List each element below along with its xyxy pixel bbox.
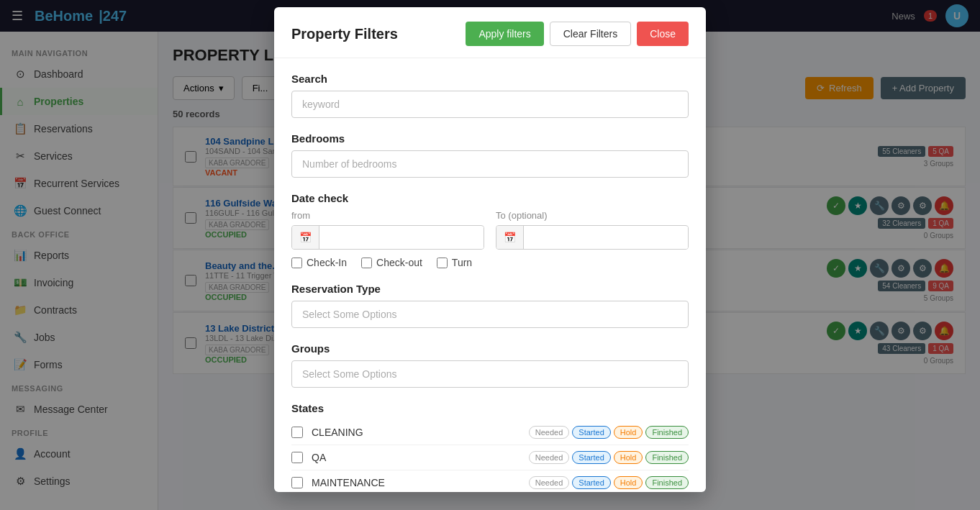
state-cleaning-checkbox[interactable]: [291, 427, 303, 438]
date-from-wrap: 📅: [291, 225, 484, 250]
state-qa-badges: Needed Started Hold Finished: [529, 451, 689, 464]
checkout-checkbox[interactable]: [361, 258, 372, 268]
date-to-wrap: 📅: [496, 225, 689, 250]
needed-badge[interactable]: Needed: [529, 476, 570, 489]
clear-filters-button[interactable]: Clear Filters: [550, 22, 631, 46]
needed-badge[interactable]: Needed: [529, 451, 570, 464]
groups-section: Groups: [291, 342, 689, 388]
date-type-checkboxes: Check-In Check-out Turn: [291, 257, 689, 268]
date-from-calendar-button[interactable]: 📅: [292, 226, 319, 249]
checkin-checkbox[interactable]: [291, 258, 302, 268]
states-label: States: [291, 402, 689, 414]
state-cleaning-row: CLEANING Needed Started Hold Finished: [291, 420, 689, 445]
state-cleaning-name: CLEANING: [312, 427, 529, 438]
property-filters-modal: Property Filters Apply filters Clear Fil…: [274, 7, 706, 492]
reservation-type-section: Reservation Type: [291, 283, 689, 328]
bedrooms-label: Bedrooms: [291, 132, 689, 145]
turn-checkbox[interactable]: [437, 258, 448, 268]
hold-badge[interactable]: Hold: [614, 426, 643, 439]
finished-badge[interactable]: Finished: [645, 476, 689, 489]
started-badge[interactable]: Started: [572, 451, 610, 464]
date-from-group: from 📅: [291, 210, 484, 250]
states-section: States CLEANING Needed Started Hold Fini…: [291, 402, 689, 492]
search-label: Search: [291, 73, 689, 85]
bedrooms-section: Bedrooms: [291, 132, 689, 178]
date-from-label: from: [291, 210, 484, 221]
date-to-label: To (optional): [496, 210, 689, 221]
turn-checkbox-item[interactable]: Turn: [437, 257, 472, 268]
started-badge[interactable]: Started: [572, 426, 610, 439]
modal-header: Property Filters Apply filters Clear Fil…: [274, 7, 706, 58]
checkin-checkbox-item[interactable]: Check-In: [291, 257, 347, 268]
groups-label: Groups: [291, 342, 689, 355]
finished-badge[interactable]: Finished: [645, 451, 689, 464]
search-input[interactable]: [291, 91, 689, 118]
modal-overlay[interactable]: Property Filters Apply filters Clear Fil…: [0, 0, 980, 510]
date-to-group: To (optional) 📅: [496, 210, 689, 250]
state-cleaning-badges: Needed Started Hold Finished: [529, 426, 689, 439]
state-qa-row: QA Needed Started Hold Finished: [291, 445, 689, 470]
checkout-checkbox-item[interactable]: Check-out: [361, 257, 422, 268]
groups-input[interactable]: [291, 360, 689, 388]
reservation-type-input[interactable]: [291, 301, 689, 328]
close-modal-button[interactable]: Close: [637, 22, 689, 46]
state-qa-checkbox[interactable]: [291, 452, 303, 463]
modal-body: Search Bedrooms Date check from 📅: [274, 58, 706, 492]
date-row: from 📅 To (optional) 📅: [291, 210, 689, 250]
date-check-label: Date check: [291, 192, 689, 204]
started-badge[interactable]: Started: [572, 476, 610, 489]
checkout-label: Check-out: [376, 257, 422, 268]
needed-badge[interactable]: Needed: [529, 426, 570, 439]
checkin-label: Check-In: [307, 257, 347, 268]
bedrooms-input[interactable]: [291, 150, 689, 178]
reservation-type-label: Reservation Type: [291, 283, 689, 295]
search-section: Search: [291, 73, 689, 118]
finished-badge[interactable]: Finished: [645, 426, 689, 439]
state-maintenance-row: MAINTENANCE Needed Started Hold Finished: [291, 470, 689, 492]
date-check-section: Date check from 📅 To (optional) 📅: [291, 192, 689, 268]
date-to-input[interactable]: [524, 227, 688, 249]
date-from-input[interactable]: [319, 227, 484, 249]
date-to-calendar-button[interactable]: 📅: [496, 226, 524, 249]
modal-title: Property Filters: [291, 26, 398, 42]
state-qa-name: QA: [312, 452, 529, 463]
hold-badge[interactable]: Hold: [614, 451, 643, 464]
turn-label: Turn: [452, 257, 472, 268]
state-maintenance-checkbox[interactable]: [291, 477, 303, 488]
modal-header-buttons: Apply filters Clear Filters Close: [466, 22, 689, 46]
state-maintenance-name: MAINTENANCE: [312, 477, 529, 488]
state-maintenance-badges: Needed Started Hold Finished: [529, 476, 689, 489]
hold-badge[interactable]: Hold: [614, 476, 643, 489]
apply-filters-button[interactable]: Apply filters: [466, 22, 543, 46]
